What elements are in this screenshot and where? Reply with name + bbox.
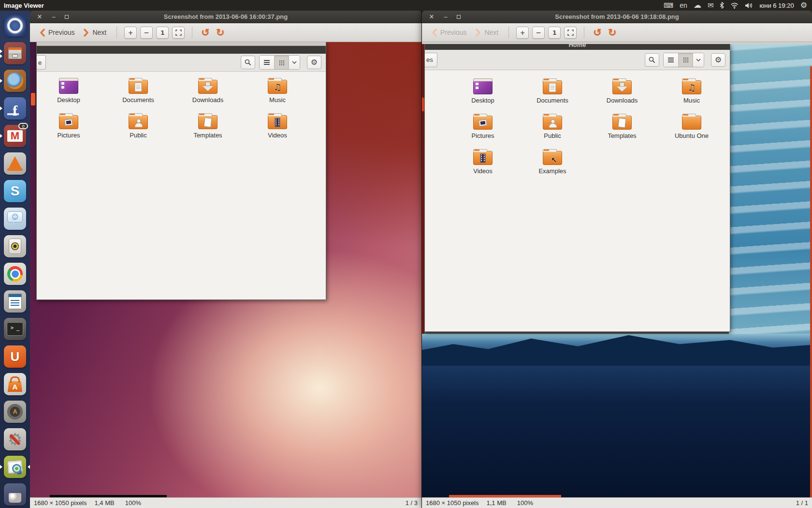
launcher-item-libreoffice-writer[interactable] <box>4 290 26 313</box>
bluetooth-indicator-icon[interactable] <box>720 2 724 9</box>
collection-position: 1 / 3 <box>406 499 418 507</box>
image-canvas-right[interactable]: Home es <box>422 42 812 497</box>
next-button[interactable]: Next <box>81 27 109 38</box>
launcher-item-skype[interactable] <box>4 180 26 202</box>
folder-item: ♫ Music <box>657 75 726 110</box>
minimize-icon[interactable]: – <box>51 14 57 20</box>
files-icon <box>4 42 26 64</box>
maximize-icon[interactable] <box>457 15 461 19</box>
close-icon[interactable]: ✕ <box>429 14 435 20</box>
normal-size-button[interactable]: 1 <box>548 27 561 39</box>
minimize-icon[interactable]: – <box>443 14 449 20</box>
launcher-item-rhythmbox[interactable] <box>4 235 26 257</box>
rotate-left-button[interactable]: ↺ <box>201 28 210 38</box>
rotate-left-button[interactable]: ↺ <box>593 28 602 38</box>
folder-item: ♫ Music <box>243 74 312 109</box>
zoom-out-button[interactable]: − <box>532 27 545 39</box>
chrome-icon <box>4 263 26 285</box>
launcher-item-image-viewer[interactable] <box>4 456 26 478</box>
best-fit-button[interactable] <box>564 27 577 39</box>
folder-item: Public <box>518 110 587 145</box>
window-titlebar[interactable]: Screenshot from 2013-06-06 16:00:37.png … <box>30 11 421 23</box>
session-gear-icon[interactable]: ⚙ <box>800 1 807 9</box>
keyboard-indicator-icon[interactable]: ⌨ <box>664 2 673 9</box>
notification-badge: 0 <box>18 123 28 129</box>
image-viewer-icon <box>4 456 26 478</box>
previous-button[interactable]: Previous <box>429 27 469 38</box>
launcher-item-dash-home[interactable] <box>4 15 26 37</box>
volume-indicator-icon[interactable] <box>745 2 753 9</box>
launcher-item-trash[interactable] <box>4 483 26 506</box>
launcher-item-system-settings[interactable] <box>4 428 26 450</box>
launcher-item-terminal[interactable] <box>4 318 26 340</box>
imaged-bottom-bar <box>50 495 167 497</box>
zoom-in-button[interactable]: + <box>516 27 529 39</box>
launcher-item-chrome[interactable] <box>4 263 26 285</box>
close-icon[interactable]: ✕ <box>37 14 43 20</box>
folder-item: Videos <box>448 145 518 180</box>
dash-home-icon <box>4 15 26 37</box>
focused-arrow <box>26 465 30 469</box>
imaged-right-edge-strip <box>810 66 812 497</box>
launcher-item-gmail[interactable]: 0 <box>4 125 26 147</box>
mail-indicator-icon[interactable]: ✉ <box>708 2 714 9</box>
image-canvas-left[interactable]: e ⚙ <box>30 42 421 497</box>
terminal-icon <box>4 318 26 340</box>
launcher-item-software-center[interactable] <box>4 373 26 395</box>
rotate-right-button[interactable]: ↻ <box>216 28 225 38</box>
software-updater-icon <box>4 401 26 423</box>
wifi-indicator-icon[interactable] <box>730 2 739 9</box>
normal-size-button[interactable]: 1 <box>156 27 169 39</box>
imaged-bottom-bar <box>449 495 561 497</box>
window-title: Screenshot from 2013-06-06 19:18:08.png <box>422 13 812 20</box>
running-pip <box>0 54 4 58</box>
zoom-level: 100% <box>125 499 141 507</box>
folder-item: Pictures <box>34 109 103 145</box>
launcher-item-firefox[interactable] <box>4 70 26 92</box>
zoom-out-button[interactable]: − <box>140 27 153 39</box>
launcher-item-empathy[interactable] <box>4 208 26 230</box>
search-icon <box>645 53 659 67</box>
folder-item: Templates <box>173 109 243 145</box>
gear-icon: ⚙ <box>307 56 321 69</box>
keyboard-layout-label[interactable]: en <box>680 2 687 9</box>
maximize-icon[interactable] <box>65 15 69 19</box>
chevron-down-icon <box>289 56 300 69</box>
imaged-nautilus-toolbar: e ⚙ <box>37 54 326 72</box>
imaged-nautilus-titlebar: Home <box>425 44 730 50</box>
viewer-statusbar: 812 × 508 pixels 1,4 MB 100% 1 / 3 <box>30 497 421 508</box>
launcher-item-facebook[interactable] <box>4 97 26 120</box>
next-button[interactable]: Next <box>473 27 501 38</box>
launcher-item-ubuntu-one[interactable] <box>4 345 26 368</box>
zoom-level: 100% <box>517 499 533 507</box>
software-center-icon <box>4 373 26 395</box>
folder-item: Desktop <box>34 74 103 109</box>
rotate-right-button[interactable]: ↻ <box>608 28 617 38</box>
window-title: Screenshot from 2013-06-06 16:00:37.png <box>30 13 421 20</box>
launcher-item-vlc[interactable] <box>4 152 26 175</box>
viewer-statusbar: 812 × 508 pixels 1,1 MB 100% 1 / 1 <box>422 497 812 508</box>
running-pip <box>0 465 4 469</box>
launcher-item-software-updater[interactable] <box>4 401 26 423</box>
wallpaper-sea <box>422 334 812 497</box>
launcher-item-files[interactable] <box>4 42 26 64</box>
previous-button[interactable]: Previous <box>37 27 77 38</box>
folder-item: Downloads <box>587 75 657 110</box>
running-pip <box>0 79 4 83</box>
imaged-folder-area: Desktop Documents <box>37 72 326 145</box>
window-titlebar[interactable]: Screenshot from 2013-06-06 19:18:08.png … <box>422 11 812 23</box>
cloud-indicator-icon[interactable]: ☁ <box>694 1 701 9</box>
imaged-nautilus-toolbar: es ⚙ <box>425 50 730 70</box>
viewer-toolbar: Previous Next + − 1 ↺ ↻ <box>422 23 812 42</box>
best-fit-button[interactable] <box>172 27 185 39</box>
indicator-tray: ⌨ en ☁ ✉ юни 6 19:20 ⚙ <box>664 1 807 9</box>
viewer-toolbar: Previous Next + − 1 ↺ ↻ <box>30 23 421 42</box>
zoom-in-button[interactable]: + <box>124 27 137 39</box>
image-viewer-window-right: Screenshot from 2013-06-06 19:18:08.png … <box>421 11 812 508</box>
folder-item: Documents <box>518 75 587 110</box>
vlc-icon <box>4 152 26 175</box>
unity-launcher: 0 <box>0 11 30 508</box>
search-icon <box>241 56 255 69</box>
clock-indicator[interactable]: юни 6 19:20 <box>759 2 794 9</box>
image-dimensions: 812 × 508 pixels <box>34 499 87 507</box>
